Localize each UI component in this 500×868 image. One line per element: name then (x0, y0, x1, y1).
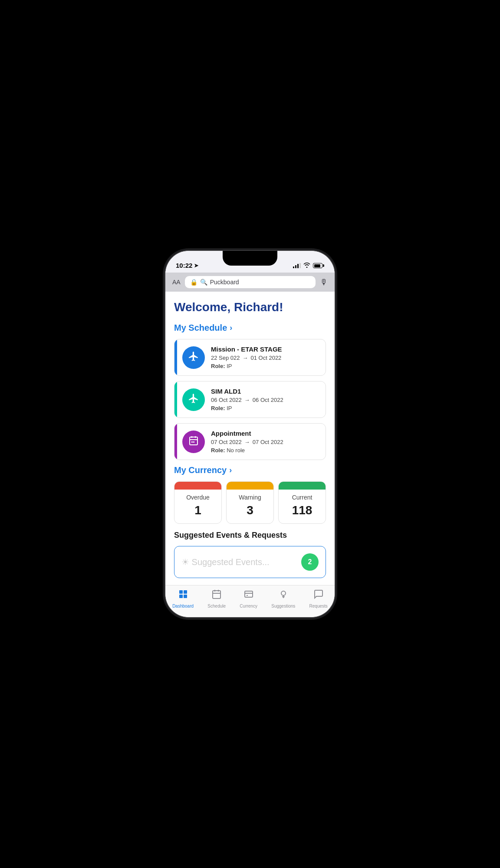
suggested-badge: 2 (301, 553, 319, 571)
schedule-section-header[interactable]: My Schedule › (174, 323, 326, 333)
url-text[interactable]: Puckboard (210, 279, 239, 286)
schedule-chevron-icon[interactable]: › (230, 323, 232, 332)
main-content: Welcome, Richard! My Schedule › (165, 292, 335, 585)
lock-icon: 🔒 (190, 279, 197, 286)
schedule-card-2[interactable]: SIM ALD1 06 Oct 2022 → 06 Oct 2022 Role:… (174, 381, 326, 418)
status-icons (293, 262, 324, 269)
suggested-events-title: Suggested Events & Requests (174, 531, 326, 540)
tab-requests[interactable]: Requests (309, 589, 328, 608)
my-currency-section: My Currency › Overdue 1 Warning 3 (174, 465, 326, 524)
card-icon-wrap-1 (182, 346, 205, 369)
suggested-card-content: ☀ Suggested Events... (181, 557, 270, 567)
card-info-1: Mission - ETAR STAGE 22 Sep 022 → 01 Oct… (211, 345, 319, 369)
schedule-card-1[interactable]: Mission - ETAR STAGE 22 Sep 022 → 01 Oct… (174, 339, 326, 376)
card-dates-2: 06 Oct 2022 → 06 Oct 2022 (211, 397, 319, 403)
arrow-icon-3: → (244, 439, 250, 445)
schedule-card-3[interactable]: Appointment 07 Oct 2022 → 07 Oct 2022 Ro… (174, 423, 326, 460)
arrow-icon-2: → (244, 397, 250, 403)
svg-rect-7 (184, 590, 187, 594)
svg-point-17 (281, 591, 286, 595)
suggestions-tab-icon (278, 589, 289, 602)
current-label: Current (292, 494, 312, 501)
appointment-icon (188, 435, 199, 448)
tab-suggestions[interactable]: Suggestions (271, 589, 295, 608)
overdue-bar (174, 482, 221, 490)
currency-card-overdue[interactable]: Overdue 1 (174, 481, 222, 524)
warning-value: 3 (247, 503, 253, 517)
currency-tab-icon (243, 589, 254, 602)
currency-section-header[interactable]: My Currency › (174, 465, 326, 475)
card-info-3: Appointment 07 Oct 2022 → 07 Oct 2022 Ro… (211, 430, 319, 454)
arrow-icon-1: → (243, 355, 248, 361)
suggestions-tab-label: Suggestions (271, 604, 295, 608)
browser-bar[interactable]: AA 🔒 🔍 Puckboard 🎙 (165, 273, 335, 292)
currency-card-warning[interactable]: Warning 3 (226, 481, 274, 524)
card-info-2: SIM ALD1 06 Oct 2022 → 06 Oct 2022 Role:… (211, 388, 319, 411)
overdue-label: Overdue (186, 494, 210, 501)
currency-chevron-icon[interactable]: › (229, 466, 232, 475)
card-role-1: Role: IP (211, 363, 319, 369)
location-icon: ➤ (194, 263, 198, 269)
flight-icon-2 (188, 393, 199, 407)
svg-rect-4 (191, 441, 193, 443)
card-dates-1: 22 Sep 022 → 01 Oct 2022 (211, 355, 319, 361)
wifi-icon (303, 262, 310, 269)
tab-schedule[interactable]: Schedule (207, 589, 226, 608)
battery-icon (313, 263, 324, 268)
search-icon: 🔍 (200, 279, 207, 286)
svg-rect-9 (184, 595, 187, 598)
my-schedule-section: My Schedule › Mission - ETAR STAG (174, 323, 326, 460)
suggested-events-section: Suggested Events & Requests ☀ Suggested … (174, 531, 326, 578)
signal-icon (293, 263, 301, 268)
current-bar (279, 482, 326, 490)
overdue-value: 1 (194, 503, 201, 517)
card-title-1: Mission - ETAR STAGE (211, 345, 319, 353)
phone-screen: 10:22 ➤ (165, 251, 335, 617)
schedule-tab-icon (211, 589, 222, 602)
schedule-tab-label: Schedule (207, 604, 226, 608)
svg-rect-10 (213, 591, 220, 598)
dashboard-tab-icon (178, 589, 188, 602)
phone-frame: 10:22 ➤ (165, 251, 335, 617)
warning-label: Warning (239, 494, 261, 501)
tab-bar: Dashboard Schedule (165, 585, 335, 617)
card-accent-3 (174, 424, 177, 460)
svg-rect-5 (193, 441, 194, 443)
tab-currency[interactable]: Currency (240, 589, 257, 608)
svg-rect-14 (245, 591, 253, 597)
card-title-3: Appointment (211, 430, 319, 437)
welcome-title: Welcome, Richard! (174, 300, 326, 314)
flight-icon-1 (188, 351, 199, 365)
currency-tab-label: Currency (240, 604, 257, 608)
svg-rect-0 (190, 437, 197, 445)
requests-tab-icon (313, 589, 324, 602)
browser-url-box[interactable]: 🔒 🔍 Puckboard (185, 276, 316, 288)
status-bar: 10:22 ➤ (165, 251, 335, 273)
status-time: 10:22 ➤ (176, 262, 198, 269)
suggested-card-1[interactable]: ☀ Suggested Events... 2 (174, 546, 326, 578)
time-display: 10:22 (176, 262, 192, 269)
card-title-2: SIM ALD1 (211, 388, 319, 395)
warning-bar (227, 482, 273, 490)
card-role-2: Role: IP (211, 405, 319, 411)
card-icon-wrap-3 (182, 431, 205, 453)
current-value: 118 (292, 503, 312, 517)
schedule-section-title: My Schedule (174, 323, 227, 333)
currency-cards: Overdue 1 Warning 3 Current 118 (174, 481, 326, 524)
notch (223, 251, 277, 266)
svg-rect-6 (179, 590, 183, 594)
svg-rect-8 (179, 595, 183, 598)
tab-dashboard[interactable]: Dashboard (172, 589, 194, 608)
browser-aa-button[interactable]: AA (172, 279, 181, 286)
requests-tab-label: Requests (309, 604, 328, 608)
card-accent-2 (174, 381, 177, 418)
card-role-3: Role: No role (211, 447, 319, 454)
card-dates-3: 07 Oct 2022 → 07 Oct 2022 (211, 439, 319, 445)
currency-section-title: My Currency (174, 465, 227, 475)
card-accent-1 (174, 339, 177, 375)
currency-card-current[interactable]: Current 118 (278, 481, 326, 524)
card-icon-wrap-2 (182, 388, 205, 411)
dashboard-tab-label: Dashboard (172, 604, 194, 608)
mic-button[interactable]: 🎙 (320, 278, 328, 287)
